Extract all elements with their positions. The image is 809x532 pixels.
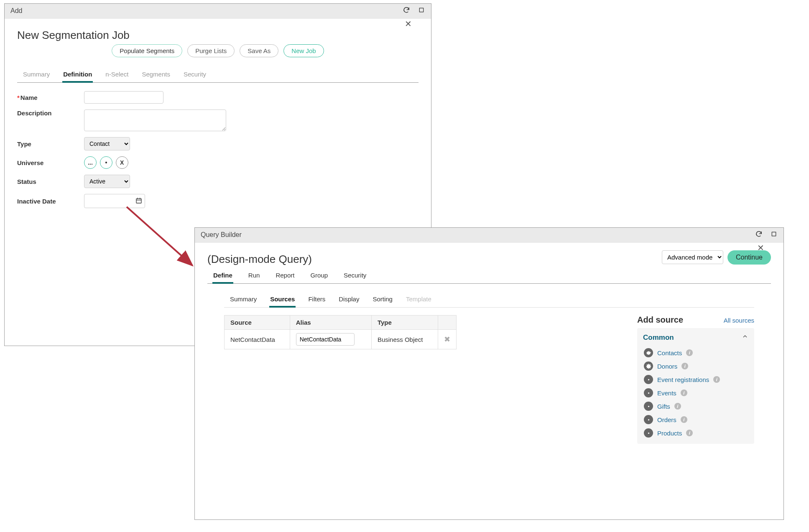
source-link[interactable]: Orders xyxy=(657,416,676,423)
info-icon[interactable]: i xyxy=(686,349,693,356)
source-item[interactable]: Event registrations i xyxy=(643,373,748,386)
source-link[interactable]: Event registrations xyxy=(657,376,709,383)
tab-security[interactable]: Security xyxy=(343,268,367,283)
definition-tabs: Summary Definition n-Select Segments Sec… xyxy=(17,67,419,83)
tab-security[interactable]: Security xyxy=(183,67,207,82)
close-icon[interactable]: ✕ xyxy=(405,19,412,29)
source-category-panel: Common Contacts i Donors i xyxy=(637,328,754,444)
tab-segments[interactable]: Segments xyxy=(141,67,171,82)
cell-type: Business Object xyxy=(371,330,438,349)
source-link[interactable]: Donors xyxy=(657,363,677,370)
subtab-template: Template xyxy=(405,292,432,307)
querybuilder-titlebar: Query Builder ✕ xyxy=(195,228,783,243)
window-title: Query Builder xyxy=(201,231,242,238)
source-item[interactable]: Products i xyxy=(643,426,748,440)
page-title: New Segmentation Job xyxy=(17,29,419,42)
svg-point-7 xyxy=(648,379,649,380)
populate-segments-button[interactable]: Populate Segments xyxy=(112,44,182,57)
svg-point-8 xyxy=(648,392,649,393)
table-row: NetContactData Business Object ✖ xyxy=(225,330,457,349)
info-icon[interactable]: i xyxy=(681,416,687,423)
purge-lists-button[interactable]: Purge Lists xyxy=(187,44,235,57)
tab-report[interactable]: Report xyxy=(275,268,295,283)
source-item[interactable]: Gifts i xyxy=(643,400,748,413)
info-icon[interactable]: i xyxy=(674,403,681,410)
gear-icon xyxy=(644,361,653,371)
gear-icon xyxy=(644,375,653,384)
description-label: Description xyxy=(17,109,84,117)
tab-nselect[interactable]: n-Select xyxy=(105,67,129,82)
tab-group[interactable]: Group xyxy=(309,268,329,283)
subtab-display[interactable]: Display xyxy=(338,292,360,307)
name-input[interactable] xyxy=(84,91,163,104)
info-icon[interactable]: i xyxy=(713,376,720,383)
status-select[interactable]: Active xyxy=(84,175,130,188)
page-title: (Design-mode Query) xyxy=(207,253,312,266)
subtab-filters[interactable]: Filters xyxy=(307,292,326,307)
calendar-icon[interactable] xyxy=(135,197,142,205)
source-link[interactable]: Events xyxy=(657,389,676,397)
inactive-date-label: Inactive Date xyxy=(17,198,84,205)
source-link[interactable]: Products xyxy=(657,430,682,437)
source-item[interactable]: Donors i xyxy=(643,359,748,373)
info-icon[interactable]: i xyxy=(686,430,693,436)
description-input[interactable] xyxy=(84,109,226,131)
type-label: Type xyxy=(17,140,84,148)
gear-icon xyxy=(644,428,653,438)
delete-row-icon[interactable]: ✖ xyxy=(444,335,450,344)
tab-define[interactable]: Define xyxy=(212,268,233,284)
tab-definition[interactable]: Definition xyxy=(62,67,93,83)
svg-point-11 xyxy=(648,432,649,433)
refresh-icon[interactable] xyxy=(403,6,410,14)
gear-icon xyxy=(644,388,653,397)
mode-select[interactable]: Advanced mode xyxy=(662,250,723,264)
source-link[interactable]: Contacts xyxy=(657,349,682,356)
th-alias: Alias xyxy=(290,316,371,330)
close-icon[interactable]: ✕ xyxy=(757,243,764,253)
svg-rect-1 xyxy=(136,199,141,203)
info-icon[interactable]: i xyxy=(681,363,688,369)
tab-summary[interactable]: Summary xyxy=(22,67,51,82)
inactive-date-input[interactable] xyxy=(85,195,135,207)
maximize-icon[interactable] xyxy=(418,6,425,14)
category-common-toggle[interactable]: Common xyxy=(643,333,748,342)
source-item[interactable]: Orders i xyxy=(643,413,748,426)
tab-run[interactable]: Run xyxy=(248,268,261,283)
subtab-sources[interactable]: Sources xyxy=(269,292,296,308)
all-sources-link[interactable]: All sources xyxy=(724,317,754,324)
source-link[interactable]: Gifts xyxy=(657,403,670,410)
cell-source: NetContactData xyxy=(225,330,290,349)
continue-button[interactable]: Continue xyxy=(727,250,771,265)
refresh-icon[interactable] xyxy=(755,230,763,238)
th-type: Type xyxy=(371,316,438,330)
add-source-title: Add source xyxy=(637,315,683,325)
add-window-titlebar: Add ✕ xyxy=(5,4,431,19)
universe-label: Universe xyxy=(17,159,84,166)
svg-point-10 xyxy=(648,419,649,420)
chevron-up-icon xyxy=(742,333,748,342)
save-as-button[interactable]: Save As xyxy=(240,44,278,57)
query-tabs: Define Run Report Group Security xyxy=(207,268,771,284)
universe-new-button[interactable]: • xyxy=(100,156,112,169)
source-item[interactable]: Events i xyxy=(643,386,748,400)
new-job-button[interactable]: New Job xyxy=(283,44,324,57)
universe-clear-button[interactable]: X xyxy=(116,156,128,169)
query-builder-window: Query Builder ✕ (Design-mode Query) Adva… xyxy=(194,227,784,520)
source-item[interactable]: Contacts i xyxy=(643,346,748,359)
gear-icon xyxy=(644,402,653,411)
window-title: Add xyxy=(10,7,22,14)
svg-point-9 xyxy=(648,405,649,407)
svg-rect-5 xyxy=(772,232,776,236)
th-source: Source xyxy=(225,316,290,330)
subtab-sorting[interactable]: Sorting xyxy=(372,292,393,307)
type-select[interactable]: Contact xyxy=(84,137,130,150)
universe-browse-button[interactable]: ... xyxy=(84,156,97,169)
status-label: Status xyxy=(17,178,84,185)
maximize-icon[interactable] xyxy=(770,230,778,238)
gear-icon xyxy=(644,415,653,424)
subtab-summary[interactable]: Summary xyxy=(229,292,258,307)
info-icon[interactable]: i xyxy=(681,389,687,396)
gear-icon xyxy=(644,348,653,357)
alias-input[interactable] xyxy=(296,333,355,346)
name-label: *Name xyxy=(17,94,84,101)
